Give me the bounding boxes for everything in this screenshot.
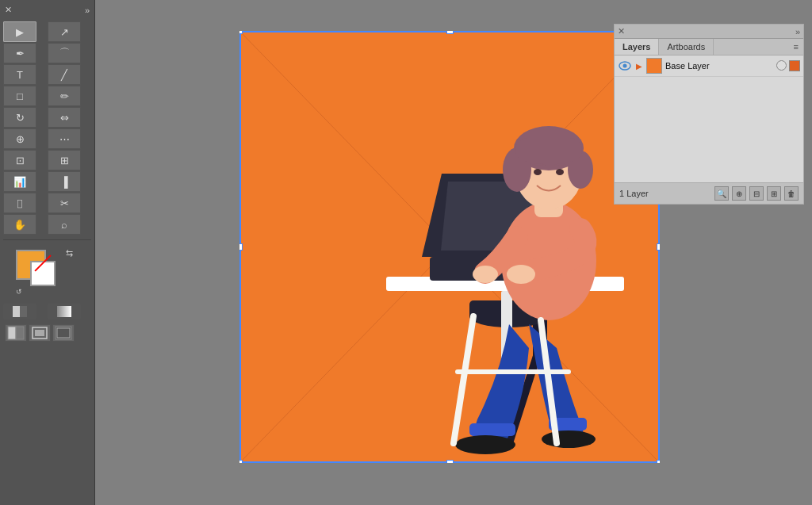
layers-panel: ✕ » Layers Artboards ≡ ▶: [614, 24, 804, 205]
layer-name: Base Layer: [665, 61, 776, 71]
svg-line-37: [454, 316, 473, 443]
tab-layers[interactable]: Layers: [615, 39, 659, 55]
layers-panel-collapse-btn[interactable]: »: [795, 27, 800, 36]
layer-actions: [776, 60, 800, 71]
svg-rect-28: [515, 138, 582, 162]
svg-point-35: [455, 435, 515, 454]
layer-target-btn[interactable]: [776, 60, 787, 71]
layers-list: ▶ Base Layer: [615, 55, 803, 182]
tool-grid: ▶ ↗ ✒ ⌒ T ╱ □ ✏ ↻ ⇔ ⊕ ⋯ ⊡ ⊞ 📊 ▐ ⌷ ✂ ✋ ⌕: [2, 20, 93, 236]
select-tool[interactable]: ▶: [3, 21, 36, 42]
layer-expand-btn[interactable]: ▶: [634, 60, 645, 71]
hand-tool[interactable]: ✋: [3, 214, 36, 235]
svg-rect-4: [16, 327, 24, 339]
svg-rect-3: [8, 327, 16, 339]
layers-panel-close-btn[interactable]: ✕: [618, 26, 625, 36]
svg-point-31: [507, 265, 535, 284]
artboard-container: [239, 31, 668, 475]
reflect-tool[interactable]: ⇔: [48, 107, 81, 128]
color-section: ⇆ ↺: [2, 247, 93, 300]
layer-row[interactable]: ▶ Base Layer: [615, 55, 803, 77]
warp-tool[interactable]: ⋯: [48, 128, 81, 149]
view-mode-btn[interactable]: [5, 324, 27, 342]
type-tool[interactable]: T: [3, 64, 36, 85]
handle-br[interactable]: [657, 460, 660, 463]
stroke-color-box[interactable]: [30, 261, 56, 286]
gradient-tool[interactable]: [48, 304, 81, 319]
make-mask-btn[interactable]: ⊟: [749, 186, 764, 201]
slice-tool[interactable]: ✂: [48, 193, 81, 213]
zoom-tool[interactable]: ⌕: [48, 214, 81, 235]
layer-visibility-btn[interactable]: [618, 59, 632, 73]
layers-footer-actions: 🔍 ⊕ ⊟ ⊞ 🗑: [714, 186, 799, 201]
handle-mr[interactable]: [657, 243, 660, 251]
line-tool[interactable]: ╱: [48, 64, 81, 85]
artboard[interactable]: [239, 31, 660, 463]
left-toolbar: ✕ » ▶ ↗ ✒ ⌒ T ╱ □ ✏ ↻ ⇔ ⊕ ⋯ ⊡ ⊞ 📊 ▐ ⌷ ✂ …: [0, 0, 95, 505]
layer-thumbnail: [646, 58, 662, 74]
svg-point-36: [542, 430, 596, 448]
handle-tl[interactable]: [239, 31, 243, 34]
layers-menu-btn[interactable]: ≡: [789, 39, 803, 55]
add-sublayer-btn[interactable]: ⊕: [732, 186, 746, 201]
svg-point-30: [556, 169, 564, 175]
handle-ml[interactable]: [239, 243, 243, 251]
eye-icon: [619, 61, 631, 71]
presentation-mode-btn[interactable]: [52, 324, 75, 342]
bottom-tools: [2, 302, 93, 321]
svg-point-32: [473, 266, 498, 283]
column-chart[interactable]: ▐: [48, 171, 81, 192]
handle-bc[interactable]: [446, 460, 454, 463]
illustration-svg: [239, 31, 660, 463]
handle-bl[interactable]: [239, 460, 243, 463]
layer-count-label: 1 Layer: [619, 189, 649, 198]
svg-rect-0: [13, 306, 20, 317]
swap-colors-btn[interactable]: ⇆: [66, 248, 73, 258]
handle-tc[interactable]: [446, 31, 454, 34]
color-boxes: ⇆ ↺: [16, 250, 79, 297]
search-layer-btn[interactable]: 🔍: [714, 186, 729, 201]
shape-builder[interactable]: ⊞: [48, 150, 81, 170]
canvas-area: ✕ » Layers Artboards ≡ ▶: [95, 0, 812, 505]
layers-footer: 1 Layer 🔍 ⊕ ⊟ ⊞ 🗑: [615, 182, 803, 204]
delete-layer-btn[interactable]: 🗑: [784, 186, 799, 201]
artboard-tool[interactable]: ⌷: [3, 193, 36, 213]
fill-indicator[interactable]: [3, 304, 36, 319]
reset-colors-btn[interactable]: ↺: [16, 288, 22, 296]
view-mode-section: [2, 323, 93, 343]
artboard-view-btn[interactable]: [29, 324, 51, 342]
pencil-tool[interactable]: ✏: [48, 86, 81, 106]
layers-tabs: Layers Artboards ≡: [615, 39, 803, 55]
tab-artboards[interactable]: Artboards: [659, 39, 714, 55]
svg-rect-1: [20, 306, 27, 317]
graph-tool[interactable]: 📊: [3, 171, 36, 192]
rect-tool[interactable]: □: [3, 86, 36, 106]
toolbar-collapse[interactable]: »: [85, 6, 90, 15]
curvature-tool[interactable]: ⌒: [48, 43, 81, 63]
free-transform[interactable]: ⊡: [3, 150, 36, 170]
rotate-tool[interactable]: ↻: [3, 107, 36, 128]
toolbar-divider-1: [3, 239, 91, 240]
new-layer-btn[interactable]: ⊞: [767, 186, 781, 201]
layers-panel-header: ✕ »: [615, 25, 803, 39]
svg-point-29: [534, 169, 542, 175]
svg-rect-6: [35, 330, 44, 336]
scale-tool[interactable]: ⊕: [3, 128, 36, 149]
layer-color-btn[interactable]: [789, 60, 800, 71]
direct-select-tool[interactable]: ↗: [48, 21, 81, 42]
svg-rect-2: [57, 306, 71, 317]
svg-point-41: [623, 64, 627, 68]
svg-rect-33: [469, 423, 515, 436]
toolbar-header: ✕ »: [2, 3, 93, 20]
toolbar-close[interactable]: ✕: [5, 5, 12, 15]
pen-tool[interactable]: ✒: [3, 43, 36, 63]
